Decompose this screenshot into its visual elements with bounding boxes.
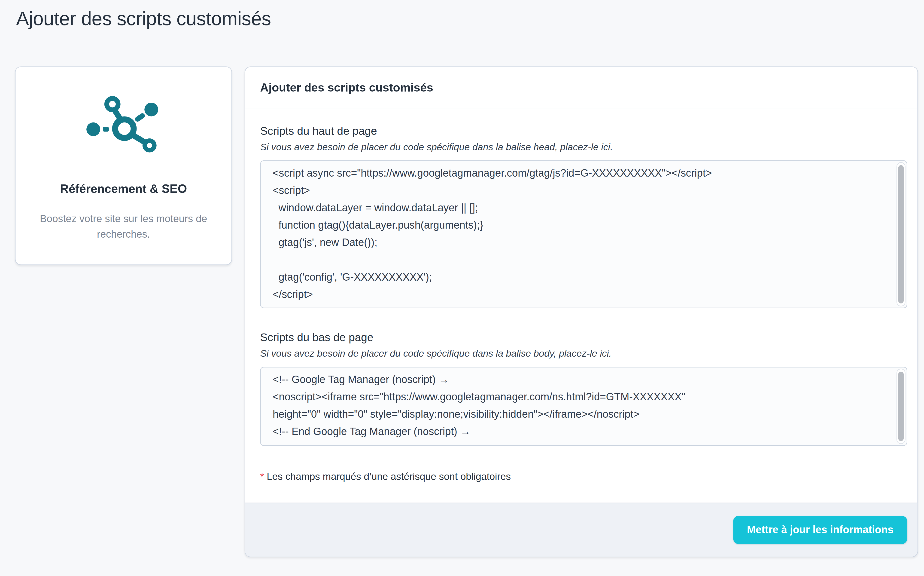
seo-card-title: Référencement & SEO	[16, 182, 231, 196]
head-scripts-hint: Si vous avez besoin de placer du code sp…	[260, 142, 907, 153]
head-scripts-textarea[interactable]: <script async src="https://www.googletag…	[260, 160, 907, 308]
network-nodes-icon	[16, 94, 231, 157]
head-scripts-scrollbar-track[interactable]	[897, 162, 905, 307]
head-scripts-scrollbar-thumb[interactable]	[898, 165, 904, 304]
body-scripts-hint: Si vous avez besoin de placer du code sp…	[260, 348, 907, 359]
seo-card[interactable]: Référencement & SEO Boostez votre site s…	[15, 66, 232, 265]
body-scripts-scrollbar-track[interactable]	[897, 369, 905, 444]
body-scripts-field: <!-- Google Tag Manager (noscript) → <no…	[260, 367, 907, 446]
head-scripts-field: <script async src="https://www.googletag…	[260, 160, 907, 308]
head-scripts-section: Scripts du haut de page Si vous avez bes…	[260, 125, 907, 308]
scripts-card-body: Scripts du haut de page Si vous avez bes…	[245, 125, 917, 482]
scripts-card-title: Ajouter des scripts customisés	[245, 67, 917, 109]
page-header: Ajouter des scripts customisés	[0, 0, 924, 38]
submit-button[interactable]: Mettre à jour les informations	[733, 516, 907, 544]
scripts-card: Ajouter des scripts customisés Scripts d…	[245, 66, 918, 557]
seo-card-description: Boostez votre site sur les moteurs de re…	[16, 211, 231, 242]
card-footer: Mettre à jour les informations	[245, 503, 917, 557]
required-asterisk: *	[260, 471, 264, 482]
body-scripts-label: Scripts du bas de page	[260, 331, 907, 344]
required-note-text: Les champs marqués d’une astérisque sont…	[264, 471, 511, 482]
body-scripts-section: Scripts du bas de page Si vous avez beso…	[260, 331, 907, 446]
head-scripts-label: Scripts du haut de page	[260, 125, 907, 138]
body-scripts-scrollbar-thumb[interactable]	[898, 372, 904, 441]
required-note: * Les champs marqués d’une astérisque so…	[260, 471, 907, 482]
page-root: Ajouter des scripts customisés Référence…	[0, 0, 924, 576]
body-scripts-textarea[interactable]: <!-- Google Tag Manager (noscript) → <no…	[260, 367, 907, 446]
page-title: Ajouter des scripts customisés	[16, 8, 924, 30]
